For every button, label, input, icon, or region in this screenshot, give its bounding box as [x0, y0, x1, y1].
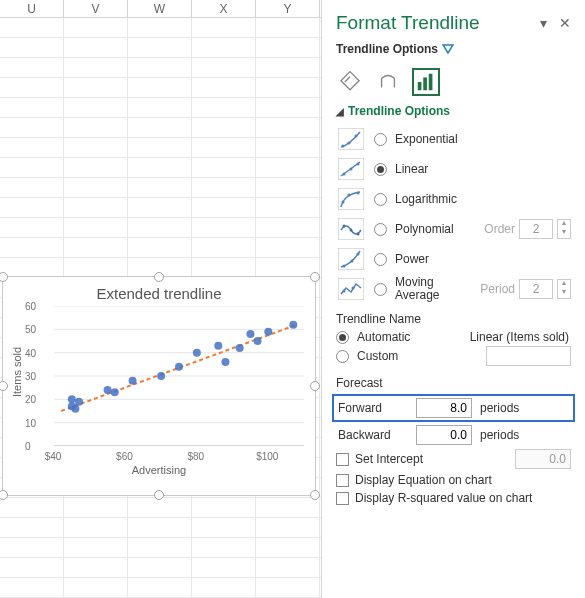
svg-point-40: [342, 201, 345, 204]
svg-point-24: [289, 321, 297, 329]
svg-point-13: [111, 388, 119, 396]
dropdown-arrow-icon[interactable]: [442, 44, 454, 54]
radio-exponential[interactable]: [374, 133, 387, 146]
label-set-intercept[interactable]: Set Intercept: [355, 452, 423, 466]
svg-point-16: [175, 363, 183, 371]
svg-point-10: [71, 405, 79, 413]
label-display-r2[interactable]: Display R-squared value on chart: [355, 491, 532, 505]
spreadsheet-area: U V W X Y: [0, 0, 321, 598]
resize-handle[interactable]: [310, 490, 320, 500]
radio-logarithmic[interactable]: [374, 193, 387, 206]
resize-handle[interactable]: [154, 490, 164, 500]
svg-point-45: [350, 229, 353, 232]
chart-plot-area[interactable]: 0102030405060 $40$60$80$100: [53, 306, 305, 446]
label-custom[interactable]: Custom: [357, 349, 398, 363]
svg-point-37: [350, 168, 353, 171]
period-spinner: ▴▾: [557, 279, 571, 299]
radio-automatic[interactable]: [336, 331, 349, 344]
label-automatic[interactable]: Automatic: [357, 330, 410, 344]
radio-moving-average[interactable]: [374, 283, 387, 296]
resize-handle[interactable]: [0, 381, 8, 391]
svg-point-23: [264, 328, 272, 336]
svg-point-48: [343, 265, 346, 268]
radio-polynomial[interactable]: [374, 223, 387, 236]
collapse-icon[interactable]: ◢: [336, 106, 344, 117]
col-v[interactable]: V: [64, 0, 128, 17]
svg-point-19: [221, 358, 229, 366]
auto-name-value: Linear (Items sold): [470, 330, 571, 344]
svg-point-20: [236, 344, 244, 352]
linear-thumb-icon: [336, 156, 366, 182]
forward-unit: periods: [480, 401, 519, 415]
chart-ylabel: Items sold: [11, 347, 23, 397]
label-display-equation[interactable]: Display Equation on chart: [355, 473, 492, 487]
backward-unit: periods: [480, 428, 519, 442]
svg-rect-28: [423, 77, 427, 90]
label-logarithmic[interactable]: Logarithmic: [395, 192, 457, 206]
col-y[interactable]: Y: [256, 0, 320, 17]
embedded-chart[interactable]: Extended trendline Items sold 0102030405…: [2, 276, 316, 496]
backward-input[interactable]: [416, 425, 472, 445]
svg-rect-27: [418, 82, 422, 90]
svg-marker-26: [443, 45, 453, 53]
format-trendline-pane: Format Trendline ▾ ✕ Trendline Options ◢…: [321, 0, 585, 598]
custom-name-input[interactable]: [486, 346, 571, 366]
intercept-input: [515, 449, 571, 469]
section-title[interactable]: Trendline Options: [348, 104, 450, 118]
svg-point-36: [343, 173, 346, 176]
svg-point-49: [351, 260, 354, 263]
svg-point-17: [193, 349, 201, 357]
checkbox-display-equation[interactable]: [336, 474, 349, 487]
pane-subheader[interactable]: Trendline Options: [336, 42, 438, 56]
period-label: Period: [480, 282, 515, 296]
resize-handle[interactable]: [310, 272, 320, 282]
svg-rect-29: [429, 74, 433, 91]
order-label: Order: [484, 222, 515, 236]
label-power[interactable]: Power: [395, 252, 429, 266]
label-exponential[interactable]: Exponential: [395, 132, 458, 146]
logarithmic-thumb-icon: [336, 186, 366, 212]
close-icon[interactable]: ✕: [559, 15, 571, 31]
period-input: [519, 279, 553, 299]
checkbox-display-r2[interactable]: [336, 492, 349, 505]
pane-title: Format Trendline: [336, 12, 480, 34]
resize-handle[interactable]: [154, 272, 164, 282]
radio-linear[interactable]: [374, 163, 387, 176]
order-input: [519, 219, 553, 239]
cell-grid[interactable]: Extended trendline Items sold 0102030405…: [0, 18, 321, 598]
svg-rect-51: [338, 278, 364, 300]
tab-fill-line[interactable]: [336, 68, 364, 96]
col-w[interactable]: W: [128, 0, 192, 17]
moving-average-thumb-icon: [336, 276, 366, 302]
column-headers: U V W X Y: [0, 0, 321, 18]
radio-power[interactable]: [374, 253, 387, 266]
svg-point-31: [342, 145, 345, 148]
svg-point-12: [104, 386, 112, 394]
tab-effects[interactable]: [374, 68, 402, 96]
forward-input[interactable]: [416, 398, 472, 418]
svg-point-53: [352, 287, 355, 290]
resize-handle[interactable]: [310, 381, 320, 391]
radio-custom[interactable]: [336, 350, 349, 363]
svg-point-50: [357, 253, 360, 256]
checkbox-set-intercept[interactable]: [336, 453, 349, 466]
tab-trendline-options[interactable]: [412, 68, 440, 96]
svg-point-46: [357, 233, 360, 236]
label-linear[interactable]: Linear: [395, 162, 428, 176]
svg-point-44: [343, 225, 346, 228]
forward-label: Forward: [338, 401, 408, 415]
svg-point-11: [75, 398, 83, 406]
svg-point-9: [68, 395, 76, 403]
svg-point-41: [348, 194, 351, 197]
forecast-label: Forecast: [336, 376, 571, 390]
col-x[interactable]: X: [192, 0, 256, 17]
backward-label: Backward: [338, 428, 408, 442]
label-polynomial[interactable]: Polynomial: [395, 222, 454, 236]
chart-svg: [53, 306, 305, 446]
label-moving-average[interactable]: MovingAverage: [395, 276, 439, 302]
col-u[interactable]: U: [0, 0, 64, 17]
trendline-name-label: Trendline Name: [336, 312, 571, 326]
order-spinner: ▴▾: [557, 219, 571, 239]
svg-point-42: [357, 192, 360, 195]
dropdown-icon[interactable]: ▾: [540, 15, 547, 31]
